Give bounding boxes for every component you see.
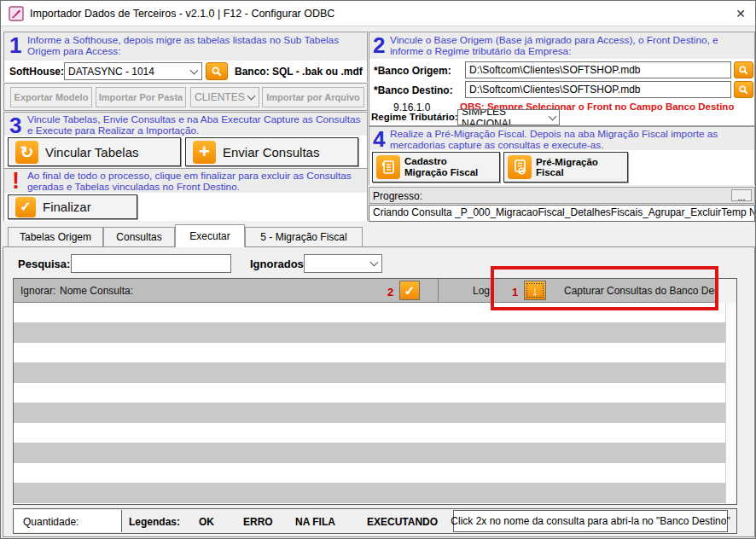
legend-executando: EXECUTANDO: [367, 516, 438, 528]
scroll-cancel-icon: [508, 155, 532, 179]
importar-por-pasta-button[interactable]: Importar Por Pasta: [96, 87, 186, 107]
step3-instruction: Vincule Tabelas, Envie Consultas e na Ab…: [27, 114, 362, 136]
legend-ok: OK: [199, 516, 214, 528]
pre-migracao-label: Pré-Migração Fiscal: [536, 157, 624, 177]
banco-origem-browse-button[interactable]: [734, 61, 753, 78]
ignorar-column-header: Ignorar:: [20, 285, 55, 297]
annotation-1: 1: [512, 286, 518, 298]
step2-number: 2: [373, 34, 385, 56]
progress-more-button[interactable]: ...: [731, 189, 752, 201]
step4-instruction: Realize a Pré-Migração Fiscal. Depois na…: [390, 129, 752, 151]
clientes-value: CLIENTES: [195, 91, 245, 103]
banco-destino-label: *Banco Destino:: [374, 84, 453, 96]
vincular-tabelas-button[interactable]: ↻ Vincular Tabelas: [8, 137, 181, 166]
finalizar-button[interactable]: ✓ Finalizar: [8, 194, 137, 219]
progress-header: Progresso: ...: [369, 187, 755, 204]
warning-icon: !: [12, 170, 20, 193]
finalizar-instruction: Ao final de todo o processo, clique em f…: [27, 171, 362, 193]
consulta-list-body[interactable]: [14, 303, 725, 504]
softhouse-value: DATASYNC - 1014: [68, 66, 154, 78]
annotation-2: 2: [387, 286, 393, 298]
regime-label: Regime Tributário:: [371, 112, 458, 122]
step1-panel: 1 Informe a Softhouse, depois migre as t…: [3, 32, 368, 82]
banco-origem-label: *Banco Origem:: [374, 65, 451, 77]
banco-destino-browse-button[interactable]: [734, 81, 753, 98]
banco-destino-input[interactable]: [465, 81, 731, 98]
banco-type-label: Banco: SQL - .bak ou .mdf: [235, 66, 363, 78]
chevron-down-icon: [245, 88, 259, 107]
banco-origem-input[interactable]: [465, 61, 731, 78]
tab-consultas[interactable]: Consultas: [103, 227, 175, 247]
search-icon: [738, 65, 749, 76]
capturar-consultas-button[interactable]: ↓: [524, 281, 546, 300]
chevron-down-icon: [366, 255, 381, 272]
tab-tabelas-origem[interactable]: Tabelas Origem: [8, 227, 103, 247]
hint-box: Click 2x no nome da consulta para abri-l…: [453, 510, 728, 532]
scroll-document-icon: [376, 155, 400, 179]
step1-instruction: Informe a Softhouse, depois migre as tab…: [27, 35, 362, 57]
clientes-select[interactable]: CLIENTES: [190, 87, 259, 107]
vincular-tabelas-label: Vincular Tabelas: [45, 145, 139, 159]
cadastro-migracao-fiscal-button[interactable]: Cadastro Migração Fiscal: [372, 152, 500, 183]
step2-panel: 2 Vincule o Base Origem (Base já migrado…: [369, 32, 755, 126]
app-window: Importador Dados de Terceiros - v2.1.0 |…: [0, 0, 756, 539]
import-row-panel: Exportar Modelo Importar Por Pasta CLIEN…: [3, 83, 368, 111]
refresh-icon: ↻: [15, 141, 38, 164]
legendas-label: Legendas:: [129, 516, 180, 528]
step4-number: 4: [373, 128, 385, 150]
progress-status-field[interactable]: Criando Consulta _P_000_MigracaoFiscal_D…: [369, 205, 755, 222]
window-title: Importador Dados de Terceiros - v2.1.0 |…: [30, 8, 334, 20]
marcar-todos-button[interactable]: ✓: [399, 281, 420, 300]
pesquisa-label: Pesquisa:: [18, 258, 70, 270]
close-icon[interactable]: ✕: [726, 1, 755, 26]
quantidade-box: Quantidade:: [15, 510, 122, 532]
plus-icon: +: [193, 141, 216, 164]
status-bar: Quantidade: Legendas: OK ERRO NA FILA EX…: [13, 508, 737, 534]
chevron-down-icon: [546, 110, 559, 125]
step1-number: 1: [9, 34, 21, 56]
cadastro-label-line1: Cadastro: [404, 156, 447, 166]
cadastro-label-line2: Migração Fiscal: [404, 167, 478, 177]
check-icon: ✓: [15, 197, 36, 217]
step2-instruction: Vincule o Base Origem (Base já migrado p…: [390, 35, 752, 57]
softhouse-select[interactable]: DATASYNC - 1014: [64, 62, 202, 80]
nome-consulta-column-header: Nome Consulta:: [60, 285, 133, 297]
tab-migracao-fiscal[interactable]: 5 - Migração Fiscal: [245, 227, 363, 247]
double-click-hint: Click 2x no nome da consulta para abri-l…: [451, 515, 730, 527]
legend-na-fila: NA FILA: [295, 516, 335, 528]
progress-label: Progresso:: [373, 190, 422, 202]
executar-tab-page: Pesquisa: Ignorados: Ignorar: Nome Consu…: [3, 246, 755, 537]
column-divider: [438, 279, 439, 302]
ignorados-select[interactable]: [304, 254, 382, 273]
title-bar: Importador Dados de Terceiros - v2.1.0 |…: [1, 1, 755, 26]
tab-strip: Tabelas Origem Consultas Executar 5 - Mi…: [3, 224, 754, 247]
finalizar-panel: ! Ao final de todo o processo, clique em…: [3, 168, 368, 221]
tab-executar[interactable]: Executar: [175, 224, 245, 247]
down-arrow-icon: ↓: [532, 283, 538, 298]
search-icon: [211, 66, 223, 78]
enviar-consultas-label: Enviar Consultas: [223, 145, 319, 159]
regime-select[interactable]: SIMPLES NACIONAL: [457, 109, 560, 125]
softhouse-label: SoftHouse:: [9, 66, 64, 78]
header-corner: [717, 279, 736, 303]
importar-por-arquivo-button[interactable]: Importar por Arquivo: [262, 87, 364, 107]
check-icon: ✓: [404, 283, 416, 298]
pesquisa-input[interactable]: [71, 254, 231, 273]
exportar-modelo-button[interactable]: Exportar Modelo: [10, 87, 92, 107]
ignorados-label: Ignorados:: [250, 258, 307, 270]
access-app-icon: [9, 6, 24, 21]
vertical-scrollbar-track[interactable]: [725, 303, 736, 504]
grid-header: Ignorar: Nome Consulta: 2 ✓ Log: 1 ↓ Cap…: [14, 279, 717, 303]
capturar-consultas-label: Capturar Consultas do Banco Destino: [564, 285, 736, 297]
pre-migracao-fiscal-button[interactable]: Pré-Migração Fiscal: [503, 152, 628, 183]
finalizar-label: Finalizar: [43, 200, 91, 214]
step3-number: 3: [9, 114, 21, 136]
enviar-consultas-button[interactable]: + Enviar Consultas: [185, 137, 358, 166]
consultas-grid: Ignorar: Nome Consulta: 2 ✓ Log: 1 ↓ Cap…: [13, 278, 737, 505]
chevron-down-icon: [186, 63, 201, 79]
legend-erro: ERRO: [243, 516, 273, 528]
step3-panel: 3 Vincule Tabelas, Envie Consultas e na …: [3, 112, 368, 168]
search-icon: [738, 84, 749, 96]
softhouse-browse-button[interactable]: [206, 62, 228, 80]
quantidade-label: Quantidade:: [23, 516, 79, 528]
